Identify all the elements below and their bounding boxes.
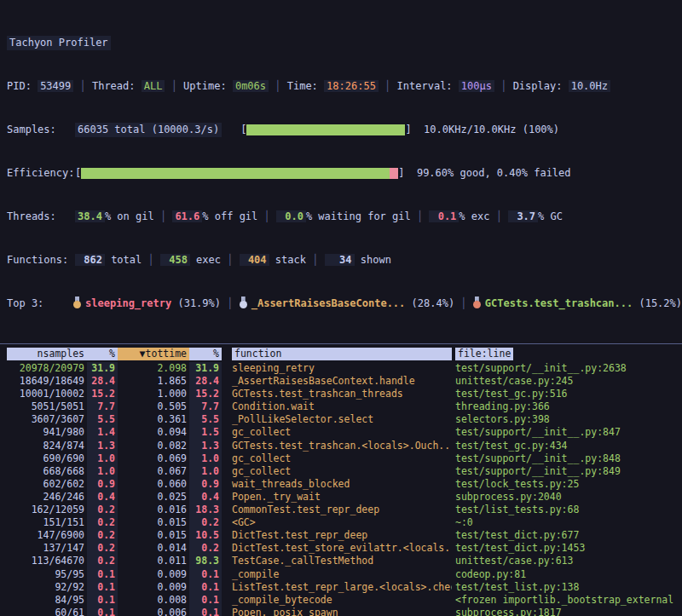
- table-row[interactable]: 941/9801.40.0941.5gc_collecttest/support…: [0, 426, 682, 439]
- percent-cell: 1.3: [87, 440, 118, 452]
- cumulative-percent-cell: 0.1: [189, 568, 222, 581]
- table-row[interactable]: 151/1510.20.0150.2<GC>~:0: [0, 516, 682, 529]
- file-line-cell: test/list_tests.py:68: [452, 504, 682, 516]
- table-row[interactable]: 5051/50517.70.5057.7Condition.waitthread…: [0, 400, 682, 413]
- column-header-pct1[interactable]: %: [87, 348, 118, 360]
- separator: │: [489, 210, 508, 222]
- percent-cell: 15.2: [87, 388, 118, 400]
- separator: │: [221, 297, 240, 309]
- top3-item: _AssertRaisesBaseConte... (28.4%): [240, 297, 454, 309]
- column-header-file[interactable]: file:line: [455, 348, 513, 360]
- file-line-cell: test/test_dict.py:1453: [452, 542, 682, 555]
- function-name-cell: DictTest.test_store_evilattr.<locals...: [222, 542, 452, 555]
- tottime-cell: 0.009: [118, 568, 189, 581]
- table-row[interactable]: 246/2460.40.0250.4Popen._try_waitsubproc…: [0, 491, 682, 504]
- cumulative-percent-cell: 31.9: [189, 362, 222, 375]
- function-stat-item: 458 exec: [160, 254, 221, 266]
- table-row[interactable]: 162/120590.20.01618.3CommonTest.test_rep…: [0, 504, 682, 516]
- thread-stat-item: 3.7% GC: [508, 210, 563, 222]
- nsamples-cell: 60/61: [7, 607, 87, 616]
- threads-label: Threads:: [7, 210, 75, 224]
- table-row[interactable]: 3607/36075.50.3615.5_PollLikeSelector.se…: [0, 413, 682, 426]
- functions-line: Functions: 862 total │ 458 exec │ 404 st…: [7, 253, 682, 268]
- file-line-cell: <frozen importlib._bootstrap_external: [452, 594, 682, 607]
- tottime-cell: 0.094: [118, 426, 189, 439]
- cumulative-percent-cell: 18.3: [189, 504, 222, 516]
- function-name-cell: Popen._try_wait: [222, 491, 452, 504]
- percent-cell: 0.1: [87, 594, 118, 607]
- page-title: Tachyon Profiler: [7, 36, 111, 50]
- table-row[interactable]: 602/6020.90.0600.9wait_threads_blockedte…: [0, 478, 682, 491]
- thread-stat-suffix: % exc: [459, 210, 489, 222]
- top3-percent: (15.2%): [633, 297, 682, 309]
- tottime-cell: 0.069: [118, 452, 189, 465]
- cumulative-percent-cell: 0.1: [189, 607, 222, 616]
- table-row[interactable]: 95/950.10.0090.1_compilecodeop.py:81: [0, 568, 682, 581]
- cumulative-percent-cell: 0.1: [189, 594, 222, 607]
- nsamples-cell: 84/95: [7, 594, 87, 607]
- cumulative-percent-cell: 0.4: [189, 491, 222, 504]
- efficiency-gap: [404, 166, 416, 181]
- table-body: 20978/2097931.92.09831.9sleeping_retryte…: [0, 362, 682, 616]
- header-separator: [0, 343, 682, 344]
- table-row[interactable]: 20978/2097931.92.09831.9sleeping_retryte…: [0, 362, 682, 375]
- file-line-cell: unittest/case.py:245: [452, 375, 682, 388]
- function-name-cell: GCTests.test_trashcan_threads: [222, 388, 452, 400]
- table-row[interactable]: 690/6901.00.0691.0gc_collecttest/support…: [0, 452, 682, 465]
- function-stat-suffix: total: [105, 254, 142, 266]
- file-line-cell: threading.py:366: [452, 400, 682, 413]
- nsamples-cell: 602/602: [7, 478, 87, 491]
- cumulative-percent-cell: 0.9: [189, 478, 222, 491]
- table-row[interactable]: 113/646700.20.01198.3TestCase._callTestM…: [0, 555, 682, 567]
- status-value-thread: ALL: [142, 80, 165, 92]
- column-header-nsamples[interactable]: nsamples: [7, 348, 87, 360]
- separator: │: [165, 79, 183, 94]
- function-stat-value: 862: [75, 254, 105, 266]
- table-row[interactable]: 147/69000.20.01510.5DictTest.test_repr_d…: [0, 529, 682, 542]
- status-value-time: 18:26:55: [324, 80, 379, 92]
- file-line-cell: unittest/case.py:613: [452, 555, 682, 567]
- percent-cell: 1.4: [87, 426, 118, 439]
- function-name-cell: Popen._posix_spawn: [222, 607, 452, 616]
- file-line-cell: codeop.py:81: [452, 568, 682, 581]
- nsamples-cell: 690/690: [7, 452, 87, 465]
- cumulative-percent-cell: 28.4: [189, 375, 222, 388]
- table-row[interactable]: 137/1470.20.0140.2DictTest.test_store_ev…: [0, 542, 682, 555]
- status-bar: PID: 53499 │ Thread: ALL │ Uptime: 0m06s…: [7, 79, 682, 94]
- file-line-cell: test/support/__init__.py:849: [452, 465, 682, 478]
- status-label-display: Display:: [513, 80, 569, 92]
- file-line-cell: subprocess.py:1817: [452, 607, 682, 616]
- nsamples-cell: 95/95: [7, 568, 87, 581]
- table-row[interactable]: 824/8741.30.0821.3GCTests.test_trashcan.…: [0, 440, 682, 452]
- status-item-pid: PID: 53499: [7, 79, 73, 94]
- cumulative-percent-cell: 1.3: [189, 440, 222, 452]
- column-header-pct2[interactable]: %: [189, 348, 222, 360]
- column-header-tottime-sorted[interactable]: ▼tottime: [118, 348, 189, 360]
- percent-cell: 0.2: [87, 555, 118, 567]
- cumulative-percent-cell: 1.0: [189, 465, 222, 478]
- samples-rate: [412, 123, 424, 137]
- threads-stats: 38.4% on gil │ 61.6% off gil │ 0.0% wait…: [75, 210, 563, 224]
- file-line-cell: test/test_dict.py:677: [452, 529, 682, 542]
- table-row[interactable]: 84/950.10.0080.1_compile_bytecode<frozen…: [0, 594, 682, 607]
- efficiency-label: Efficiency:: [7, 166, 75, 181]
- top3-function-name: _AssertRaisesBaseConte...: [251, 297, 406, 309]
- nsamples-cell: 20978/20979: [7, 362, 87, 375]
- file-line-cell: test/test_list.py:138: [452, 581, 682, 594]
- silver-medal-icon: [240, 296, 247, 308]
- profiler-window: Tachyon Profiler PID: 53499 │ Thread: AL…: [0, 0, 682, 616]
- samples-progress-bar: [246, 124, 405, 135]
- table-row[interactable]: 668/6681.00.0671.0gc_collecttest/support…: [0, 465, 682, 478]
- file-line-cell: test/test_gc.py:434: [452, 440, 682, 452]
- column-header-function[interactable]: function: [232, 348, 452, 360]
- separator: │: [269, 79, 287, 94]
- table-row[interactable]: 92/920.10.0090.1ListTest.test_repr_large…: [0, 581, 682, 594]
- table-row[interactable]: 60/610.10.0060.1Popen._posix_spawnsubpro…: [0, 607, 682, 616]
- percent-cell: 0.1: [87, 581, 118, 594]
- tottime-cell: 0.505: [118, 400, 189, 413]
- table-row[interactable]: 18649/1864928.41.86528.4_AssertRaisesBas…: [0, 375, 682, 388]
- bronze-medal-icon: [473, 296, 481, 308]
- separator: │: [306, 254, 325, 266]
- percent-cell: 0.9: [87, 478, 118, 491]
- table-row[interactable]: 10001/1000215.21.00015.2GCTests.test_tra…: [0, 388, 682, 400]
